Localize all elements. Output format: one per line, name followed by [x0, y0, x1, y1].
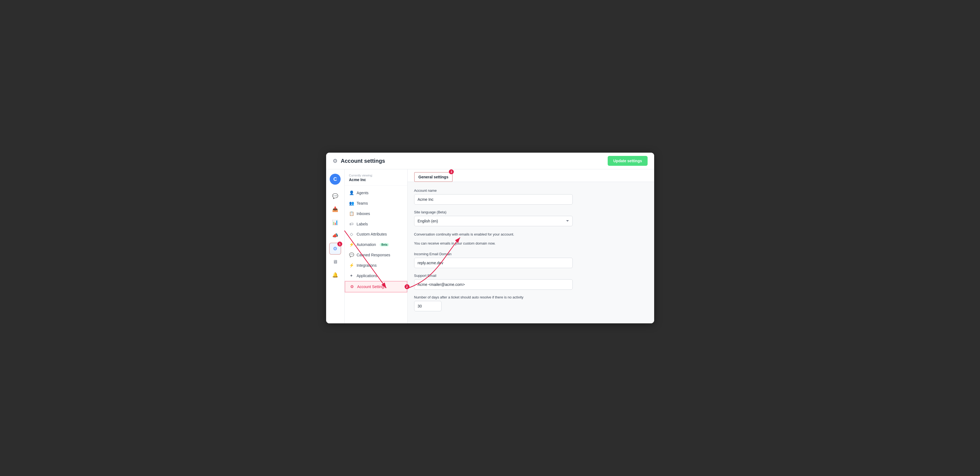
top-bar-left: ⚙ Account settings [332, 158, 385, 164]
account-name-group: Account name [414, 188, 573, 204]
annotation-3: 3 [449, 169, 454, 174]
tab-general-label: General settings [418, 175, 449, 179]
sidebar-item-inboxes-label: Inboxes [357, 211, 370, 216]
annotation-1: 1 [337, 241, 342, 246]
conversation-info-text-1: Conversation continuity with emails is e… [414, 232, 573, 238]
account-name-input[interactable] [414, 194, 573, 204]
automation-icon: ⚡ [349, 242, 354, 247]
sidebar-item-inboxes[interactable]: 📋 Inboxes [345, 208, 407, 219]
auto-resolve-group: Number of days after a ticket should aut… [414, 295, 573, 311]
sidebar-item-automation-label: Automation [357, 242, 376, 247]
sidebar-item-canned-responses-label: Canned Responses [357, 253, 390, 257]
auto-resolve-label: Number of days after a ticket should aut… [414, 295, 573, 299]
sidebar-item-agents[interactable]: 👤 Agents [345, 188, 407, 198]
sidebar-item-teams[interactable]: 👥 Teams [345, 198, 407, 208]
main-content: General settings 3 Account name Site lan… [407, 169, 654, 323]
sidebar-icon-inbox[interactable]: 📥 [329, 203, 341, 215]
main-layout: C 💬 📥 📊 📣 ⚙ 1 🖥 🔔 Currently viewing: Acm… [326, 169, 654, 323]
custom-attributes-icon: ◇ [349, 232, 354, 236]
tab-general-settings[interactable]: General settings 3 [414, 172, 453, 182]
sidebar-item-labels[interactable]: 🏷 Labels [345, 219, 407, 229]
site-language-group: Site language (Beta) English (en) French… [414, 210, 573, 226]
applications-icon: ✦ [349, 273, 354, 278]
canned-responses-icon: 💬 [349, 252, 354, 257]
sidebar-item-labels-label: Labels [357, 222, 368, 226]
account-name-label: Account name [414, 188, 573, 193]
labels-icon: 🏷 [349, 222, 354, 226]
incoming-email-domain-group: Incoming Email Domain [414, 252, 573, 268]
page-title: Account settings [341, 158, 385, 164]
sidebar-item-account-settings[interactable]: ⚙ Account Settings 2 [345, 281, 407, 292]
settings-icon-header: ⚙ [332, 158, 337, 164]
sidebar-item-automation[interactable]: ⚡ Automation Beta [345, 240, 407, 250]
support-email-label: Support Email [414, 273, 573, 278]
integrations-icon: ⚡ [349, 263, 354, 268]
incoming-email-domain-input[interactable] [414, 258, 573, 268]
form-section: Account name Site language (Beta) Englis… [414, 188, 573, 311]
auto-resolve-input[interactable] [414, 301, 441, 311]
teams-icon: 👥 [349, 201, 354, 206]
currently-viewing: Currently viewing: Acme Inc [345, 169, 407, 185]
tabs-bar: General settings 3 [407, 169, 654, 182]
annotation-2: 2 [404, 284, 409, 289]
sidebar-icon-monitor[interactable]: 🖥 [329, 256, 341, 268]
sidebar-icon-chat[interactable]: 💬 [329, 190, 341, 202]
currently-viewing-label: Currently viewing: [349, 174, 403, 177]
sidebar-item-applications-label: Applications [357, 273, 377, 278]
nav-sidebar: Currently viewing: Acme Inc 👤 Agents 👥 T… [345, 169, 407, 323]
sidebar-item-custom-attributes[interactable]: ◇ Custom Attributes [345, 229, 407, 240]
agents-icon: 👤 [349, 190, 354, 195]
sidebar-icon-settings[interactable]: ⚙ 1 [329, 243, 341, 255]
conversation-info-text-2: You can receive emails in your custom do… [414, 241, 573, 246]
sidebar-item-integrations-label: Integrations [357, 263, 377, 268]
conversation-info-group: Conversation continuity with emails is e… [414, 232, 573, 246]
site-language-select[interactable]: English (en) French (fr) German (de) Spa… [414, 216, 573, 226]
inboxes-icon: 📋 [349, 211, 354, 216]
sidebar-item-canned-responses[interactable]: 💬 Canned Responses [345, 250, 407, 260]
account-settings-icon: ⚙ [350, 284, 355, 289]
sidebar-icon-bell[interactable]: 🔔 [329, 269, 341, 281]
sidebar-item-custom-attributes-label: Custom Attributes [357, 232, 387, 236]
incoming-email-domain-label: Incoming Email Domain [414, 252, 573, 256]
sidebar-item-integrations[interactable]: ⚡ Integrations [345, 260, 407, 270]
company-name: Acme Inc [349, 177, 403, 182]
sidebar-icon-reports[interactable]: 📊 [329, 216, 341, 228]
logo: C [330, 174, 340, 185]
icon-sidebar: C 💬 📥 📊 📣 ⚙ 1 🖥 🔔 [326, 169, 345, 323]
beta-badge: Beta [380, 243, 389, 246]
nav-items: 👤 Agents 👥 Teams 📋 Inboxes 🏷 Labels ◇ [345, 185, 407, 323]
sidebar-icon-campaigns[interactable]: 📣 [329, 230, 341, 241]
sidebar-item-applications[interactable]: ✦ Applications [345, 270, 407, 281]
sidebar-item-account-settings-label: Account Settings [357, 284, 386, 289]
sidebar-item-agents-label: Agents [357, 191, 369, 195]
sidebar-item-teams-label: Teams [357, 201, 368, 206]
content-area: Account name Site language (Beta) Englis… [407, 182, 654, 323]
top-bar: ⚙ Account settings Update settings [326, 153, 654, 169]
update-settings-button[interactable]: Update settings [608, 156, 648, 166]
support-email-group: Support Email [414, 273, 573, 290]
site-language-label: Site language (Beta) [414, 210, 573, 214]
support-email-input[interactable] [414, 279, 573, 290]
